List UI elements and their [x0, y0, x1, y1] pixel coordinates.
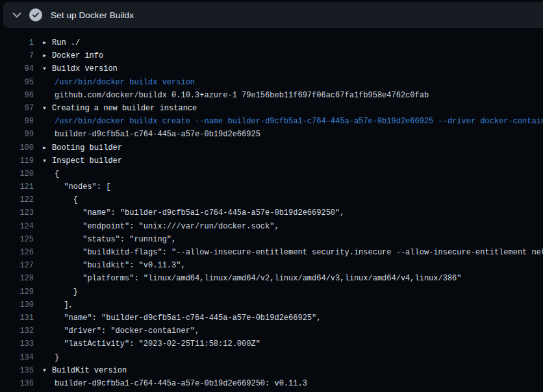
- log-group-row[interactable]: 1▶Run ./: [0, 36, 543, 49]
- log-line: 124 "endpoint": "unix:///var/run/docker.…: [0, 220, 543, 233]
- line-content: ▼Inspect builder: [43, 154, 122, 167]
- log-line: 134}: [0, 351, 543, 364]
- line-number[interactable]: 120: [0, 167, 34, 180]
- line-number[interactable]: 94: [0, 62, 34, 75]
- log-line: 120{: [0, 167, 543, 180]
- line-text: {: [43, 167, 59, 180]
- line-text: Creating a new builder instance: [52, 102, 197, 115]
- group-collapsed-icon[interactable]: ▶: [43, 141, 52, 154]
- line-content: builder-d9cfb5a1-c764-445a-a57e-0b19d2e6…: [43, 377, 307, 390]
- log-group-row[interactable]: 135▼BuildKit version: [0, 364, 543, 377]
- line-content: /usr/bin/docker buildx version: [43, 76, 195, 89]
- log-line: 99builder-d9cfb5a1-c764-445a-a57e-0b19d2…: [0, 128, 543, 141]
- actions-log-viewer: Set up Docker Buildx 1▶Run ./7▶Docker in…: [0, 0, 543, 392]
- line-content: /usr/bin/docker buildx create --name bui…: [43, 115, 543, 128]
- log-line: 132 "driver": "docker-container",: [0, 325, 543, 337]
- line-content: ▶Docker info: [43, 49, 103, 62]
- line-text: /usr/bin/docker buildx create --name bui…: [43, 115, 543, 128]
- step-header[interactable]: Set up Docker Buildx: [3, 2, 543, 28]
- line-text: {: [43, 193, 78, 206]
- line-number[interactable]: 95: [0, 76, 34, 89]
- check-circle-icon: [29, 8, 42, 21]
- line-number[interactable]: 124: [0, 220, 34, 233]
- line-number[interactable]: 125: [0, 233, 34, 246]
- log-line: 128 "platforms": "linux/amd64,linux/amd6…: [0, 272, 543, 285]
- log-group-row[interactable]: 94▼Buildx version: [0, 62, 543, 75]
- line-number[interactable]: 99: [0, 128, 34, 141]
- line-text: "endpoint": "unix:///var/run/docker.sock…: [43, 220, 279, 233]
- line-number[interactable]: 1: [0, 36, 34, 49]
- line-number[interactable]: 97: [0, 102, 34, 115]
- line-number[interactable]: 129: [0, 286, 34, 299]
- group-expanded-icon[interactable]: ▼: [43, 364, 52, 377]
- line-text: Booting builder: [52, 141, 122, 154]
- line-number[interactable]: 123: [0, 206, 34, 219]
- log-container: 1▶Run ./7▶Docker info94▼Buildx version95…: [0, 36, 543, 392]
- line-number[interactable]: 96: [0, 89, 34, 102]
- line-text: "buildkitd-flags": "--allow-insecure-ent…: [43, 246, 543, 259]
- log-line: 125 "status": "running",: [0, 233, 543, 246]
- line-text: Docker info: [52, 49, 103, 62]
- log-line: 95/usr/bin/docker buildx version: [0, 76, 543, 89]
- log-line: 121 "nodes": [: [0, 180, 543, 193]
- line-text: BuildKit version: [52, 364, 127, 377]
- group-collapsed-icon[interactable]: ▶: [43, 36, 52, 49]
- line-number[interactable]: 98: [0, 115, 34, 128]
- line-content: ▼Buildx version: [43, 62, 118, 75]
- line-content: "buildkit": "v0.11.3",: [43, 259, 186, 272]
- line-text: "lastActivity": "2023-02-25T11:58:12.000…: [43, 337, 260, 350]
- line-content: "nodes": [: [43, 180, 110, 193]
- line-number[interactable]: 130: [0, 299, 34, 312]
- line-number[interactable]: 126: [0, 246, 34, 259]
- line-content: }: [43, 351, 59, 364]
- line-text: "status": "running",: [43, 233, 176, 246]
- log-line: 133 "lastActivity": "2023-02-25T11:58:12…: [0, 337, 543, 350]
- line-number[interactable]: 119: [0, 154, 34, 167]
- line-text: builder-d9cfb5a1-c764-445a-a57e-0b19d2e6…: [43, 128, 260, 141]
- line-content: ],: [43, 299, 73, 312]
- line-text: "driver": "docker-container",: [43, 325, 199, 337]
- line-number[interactable]: 127: [0, 259, 34, 272]
- log-line: 130 ],: [0, 299, 543, 312]
- line-text: }: [43, 286, 78, 299]
- line-content: "platforms": "linux/amd64,linux/amd64/v2…: [43, 272, 462, 285]
- group-expanded-icon[interactable]: ▼: [43, 62, 52, 75]
- line-text: "platforms": "linux/amd64,linux/amd64/v2…: [43, 272, 462, 285]
- line-content: {: [43, 193, 78, 206]
- line-content: "driver": "docker-container",: [43, 325, 199, 337]
- line-number[interactable]: 134: [0, 351, 34, 364]
- line-number[interactable]: 131: [0, 312, 34, 325]
- line-number[interactable]: 7: [0, 49, 34, 62]
- line-number[interactable]: 133: [0, 337, 34, 350]
- line-content: builder-d9cfb5a1-c764-445a-a57e-0b19d2e6…: [43, 128, 260, 141]
- line-text: Run ./: [52, 36, 80, 49]
- line-number[interactable]: 135: [0, 364, 34, 377]
- log-group-row[interactable]: 7▶Docker info: [0, 49, 543, 62]
- line-content: ▼Creating a new builder instance: [43, 102, 197, 115]
- line-content: }: [43, 286, 78, 299]
- line-number[interactable]: 136: [0, 377, 34, 390]
- line-text: Inspect builder: [52, 154, 122, 167]
- line-content: ▶Booting builder: [43, 141, 122, 154]
- line-number[interactable]: 121: [0, 180, 34, 193]
- line-number[interactable]: 122: [0, 193, 34, 206]
- log-line: 126 "buildkitd-flags": "--allow-insecure…: [0, 246, 543, 259]
- group-expanded-icon[interactable]: ▼: [43, 102, 52, 115]
- line-text: ],: [43, 299, 73, 312]
- line-number[interactable]: 128: [0, 272, 34, 285]
- group-collapsed-icon[interactable]: ▶: [43, 49, 52, 62]
- line-text: "nodes": [: [43, 180, 110, 193]
- line-number[interactable]: 100: [0, 141, 34, 154]
- line-text: "name": "builder-d9cfb5a1-c764-445a-a57e…: [43, 312, 321, 325]
- chevron-down-icon[interactable]: [12, 10, 22, 20]
- line-text: "buildkit": "v0.11.3",: [43, 259, 186, 272]
- log-group-row[interactable]: 119▼Inspect builder: [0, 154, 543, 167]
- log-group-row[interactable]: 100▶Booting builder: [0, 141, 543, 154]
- line-number[interactable]: 132: [0, 325, 34, 337]
- log-group-row[interactable]: 97▼Creating a new builder instance: [0, 102, 543, 115]
- group-expanded-icon[interactable]: ▼: [43, 154, 52, 167]
- line-text: /usr/bin/docker buildx version: [43, 76, 195, 89]
- line-content: "status": "running",: [43, 233, 176, 246]
- line-content: ▶Run ./: [43, 36, 80, 49]
- line-content: "name": "builder-d9cfb5a1-c764-445a-a57e…: [43, 206, 344, 219]
